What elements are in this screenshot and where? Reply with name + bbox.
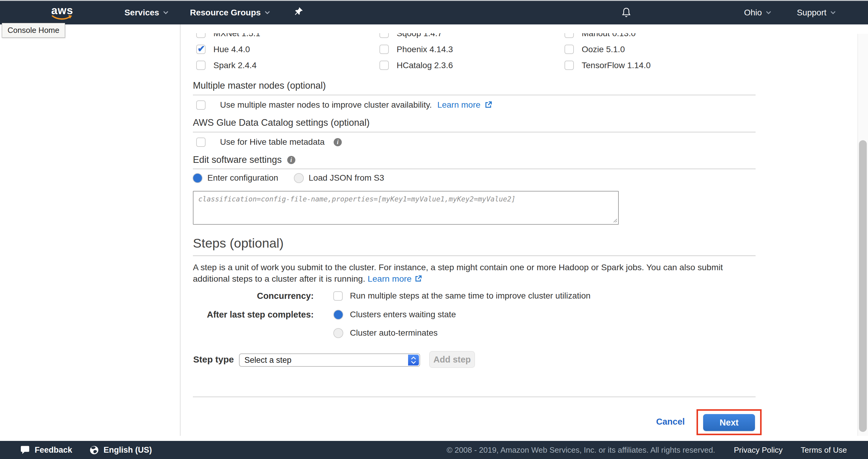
checkbox-hive-metadata[interactable] [196, 138, 206, 147]
checkbox-mxnet[interactable] [196, 33, 206, 38]
scrollbar-track[interactable] [858, 34, 868, 436]
software-column-2: Sqoop 1.4.7 Phoenix 4.14.3 HCatalog 2.3.… [379, 33, 453, 73]
top-nav: aws Services Resource Groups Ohio [0, 1, 868, 24]
radio-waiting-state-label: Clusters enters waiting state [350, 310, 456, 319]
step-type-selected-value: Select a step [244, 355, 291, 365]
footer: Feedback English (US) © 2008 - 2019, Ama… [0, 441, 868, 459]
configuration-textarea[interactable] [193, 191, 619, 225]
pin-icon[interactable] [294, 7, 304, 19]
scrollbar-thumb[interactable] [859, 140, 867, 432]
terms-of-use-link[interactable]: Terms of Use [801, 446, 847, 455]
notifications-bell-icon[interactable] [620, 6, 632, 21]
hive-metadata-label: Use for Hive table metadata [220, 137, 324, 147]
chevron-down-icon [163, 11, 168, 14]
multiple-master-label: Use multiple master nodes to improve clu… [220, 100, 432, 110]
glue-heading: AWS Glue Data Catalog settings (optional… [193, 117, 370, 128]
radio-load-json-s3[interactable] [294, 173, 304, 183]
software-option-label: Hue 4.4.0 [213, 45, 250, 54]
section-divider [193, 255, 755, 256]
software-option: Phoenix 4.14.3 [379, 41, 453, 57]
step-type-label: Step type [193, 354, 234, 365]
privacy-policy-link[interactable]: Privacy Policy [734, 446, 783, 455]
next-button[interactable]: Next [703, 414, 755, 431]
section-divider [193, 132, 755, 133]
checkbox-hcatalog[interactable] [379, 61, 389, 70]
feedback-button[interactable]: Feedback [20, 445, 72, 455]
section-divider [193, 95, 755, 95]
after-last-step-row-1: After last step completes: Clusters ente… [181, 307, 857, 322]
multiple-master-learn-more-link[interactable]: Learn more [437, 100, 480, 110]
radio-auto-terminate-label: Cluster auto-terminates [350, 328, 438, 338]
software-option: Mahout 0.13.0 [564, 33, 651, 41]
checkbox-oozie[interactable] [564, 45, 574, 54]
copyright-text: © 2008 - 2019, Amazon Web Services, Inc.… [447, 446, 715, 455]
software-option: Spark 2.4.4 [196, 57, 260, 73]
checkbox-multiple-master[interactable] [196, 101, 206, 110]
globe-icon [89, 445, 99, 455]
aws-logo-text: aws [51, 6, 73, 15]
aws-logo[interactable]: aws [51, 6, 73, 21]
steps-description-text: A step is a unit of work you submit to t… [193, 262, 723, 284]
nav-resource-groups-label: Resource Groups [190, 8, 261, 18]
language-label: English (US) [104, 446, 152, 455]
chevron-down-icon [766, 11, 771, 14]
checkbox-sqoop[interactable] [379, 33, 389, 38]
configuration-textarea-wrap [193, 191, 619, 225]
nav-resource-groups[interactable]: Resource Groups [190, 8, 270, 18]
step-type-row: Step type Select a step Add step [181, 351, 857, 368]
external-link-icon[interactable] [484, 101, 493, 109]
radio-auto-terminate[interactable] [333, 328, 343, 338]
region-label: Ohio [744, 8, 762, 18]
steps-heading: Steps (optional) [193, 236, 284, 251]
aws-smile-icon [52, 15, 73, 21]
console-home-tooltip: Console Home [2, 23, 65, 38]
after-last-step-label: After last step completes: [193, 310, 314, 320]
software-option: HCatalog 2.3.6 [379, 57, 453, 73]
main-content: MXNet 1.5.1 Hue 4.4.0 Spark 2.4.4 Sqoop … [181, 33, 857, 441]
radio-enter-configuration[interactable] [193, 173, 203, 183]
software-column-1: MXNet 1.5.1 Hue 4.4.0 Spark 2.4.4 [196, 33, 260, 73]
concurrency-option-label: Run multiple steps at the same time to i… [350, 291, 590, 301]
info-icon[interactable]: i [287, 156, 296, 164]
checkbox-spark[interactable] [196, 61, 206, 70]
nav-services[interactable]: Services [124, 8, 168, 18]
software-option-label: MXNet 1.5.1 [213, 33, 260, 38]
software-option-label: Sqoop 1.4.7 [397, 33, 442, 38]
add-step-button[interactable]: Add step [429, 351, 475, 368]
after-last-step-row-2: Cluster auto-terminates [181, 325, 857, 341]
checkbox-hue[interactable] [196, 45, 206, 54]
top-nav-left: aws Services Resource Groups [51, 1, 304, 24]
checkbox-tensorflow[interactable] [564, 61, 574, 70]
software-option: TensorFlow 1.14.0 [564, 57, 651, 73]
checkbox-concurrency[interactable] [333, 291, 343, 301]
feedback-label: Feedback [35, 446, 72, 455]
aws-console-page: { "header": { "logo_text": "aws", "conso… [0, 0, 868, 459]
info-icon[interactable]: i [334, 138, 342, 146]
concurrency-label: Concurrency: [193, 291, 314, 301]
chevron-down-icon [831, 11, 835, 14]
external-link-icon[interactable] [414, 275, 422, 283]
cancel-button[interactable]: Cancel [656, 417, 685, 427]
checkbox-phoenix[interactable] [379, 45, 389, 54]
concurrency-row: Concurrency: Run multiple steps at the s… [181, 288, 857, 304]
select-stepper-icon [408, 355, 419, 366]
radio-waiting-state[interactable] [333, 310, 343, 320]
software-option-label: TensorFlow 1.14.0 [582, 61, 651, 70]
software-option: Hue 4.4.0 [196, 41, 260, 57]
language-selector[interactable]: English (US) [89, 445, 152, 455]
steps-learn-more-link[interactable]: Learn more [368, 274, 412, 284]
glue-row: Use for Hive table metadata i [196, 135, 342, 150]
region-selector[interactable]: Ohio [744, 8, 771, 18]
multiple-master-row: Use multiple master nodes to improve clu… [196, 97, 493, 113]
software-option: Oozie 5.1.0 [564, 41, 651, 57]
checkbox-mahout[interactable] [564, 33, 574, 38]
speech-bubble-icon [20, 445, 30, 455]
software-option-label: Oozie 5.1.0 [582, 45, 625, 54]
software-option-label: Spark 2.4.4 [213, 61, 256, 70]
multiple-master-heading: Multiple master nodes (optional) [193, 80, 326, 91]
step-type-select[interactable]: Select a step [239, 353, 420, 367]
support-menu[interactable]: Support [797, 8, 835, 18]
edit-software-heading-text: Edit software settings [193, 154, 282, 165]
software-option: Sqoop 1.4.7 [379, 33, 453, 41]
radio-load-json-s3-label: Load JSON from S3 [309, 173, 384, 183]
